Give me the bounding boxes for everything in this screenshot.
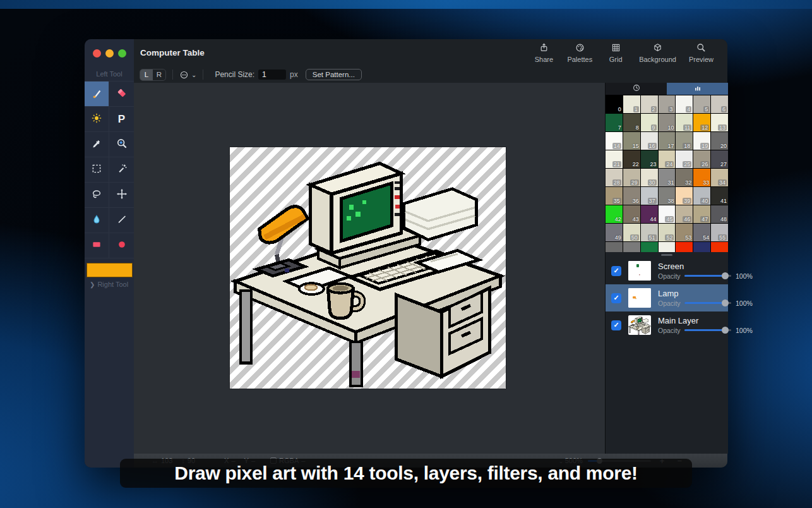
palette-swatch-4[interactable]: 4: [676, 95, 693, 113]
background-button[interactable]: Background: [639, 42, 676, 63]
segment-left[interactable]: L: [140, 70, 153, 80]
palette-swatch-9[interactable]: 9: [641, 114, 658, 131]
pencil-size-input[interactable]: [258, 70, 286, 80]
palette-swatch-15[interactable]: 15: [623, 132, 640, 150]
palette-swatch-36[interactable]: 36: [623, 187, 640, 205]
palette-swatch-49[interactable]: 49: [606, 224, 623, 241]
zoom-window-button[interactable]: [118, 49, 126, 57]
palette-swatch-17[interactable]: 17: [659, 132, 676, 150]
palette-swatch-54[interactable]: 54: [693, 224, 710, 241]
palette-tab-bars[interactable]: [667, 83, 728, 95]
opacity-slider[interactable]: [684, 327, 731, 334]
palette-swatch-48[interactable]: 48: [711, 205, 728, 223]
current-color-swatch[interactable]: [87, 263, 133, 277]
opacity-slider-knob[interactable]: [722, 327, 729, 334]
palette-swatch-6[interactable]: 6: [711, 95, 728, 113]
tool-eraser[interactable]: [109, 82, 134, 107]
tool-marquee[interactable]: [85, 157, 109, 183]
palette-swatch-39[interactable]: 39: [676, 187, 693, 205]
set-pattern-button[interactable]: Set Pattern...: [306, 69, 362, 80]
tool-move[interactable]: [109, 183, 134, 208]
palette-swatch-14[interactable]: 14: [606, 132, 623, 150]
palette-swatch-27[interactable]: 27: [711, 150, 728, 168]
tool-line[interactable]: [109, 208, 134, 233]
palette-swatch-1[interactable]: 1: [623, 95, 640, 113]
minimize-window-button[interactable]: [105, 49, 114, 57]
layer-row-lamp[interactable]: ✓ Lamp Opacity 100%: [606, 284, 728, 311]
palette-swatch-12[interactable]: 12: [693, 114, 710, 131]
palette-swatch-20[interactable]: 20: [711, 132, 728, 150]
palette-swatch-50[interactable]: 50: [623, 224, 640, 241]
palette-swatch-24[interactable]: 24: [659, 150, 676, 168]
palette-swatch-38[interactable]: 38: [659, 187, 676, 205]
palette-swatch-18[interactable]: 18: [676, 132, 693, 150]
palette-tab-clock[interactable]: [606, 83, 667, 95]
palette-swatch-40[interactable]: 40: [693, 187, 710, 205]
palette-swatch-19[interactable]: 19: [693, 132, 710, 150]
palette-swatch-37[interactable]: 37: [641, 187, 658, 205]
palette-swatch-47[interactable]: 47: [693, 205, 710, 223]
palette-swatch-44[interactable]: 44: [641, 205, 658, 223]
palette-swatch-62[interactable]: 62: [711, 242, 728, 252]
layer-visibility-checkbox[interactable]: ✓: [611, 266, 621, 276]
tool-magic-wand[interactable]: [109, 157, 134, 183]
palette-swatch-53[interactable]: 53: [676, 224, 693, 241]
palette-swatch-26[interactable]: 26: [693, 150, 710, 168]
palette-swatch-32[interactable]: 32: [676, 169, 693, 186]
tool-zoom[interactable]: [109, 132, 134, 157]
layer-visibility-checkbox[interactable]: ✓: [611, 320, 621, 330]
palette-swatch-28[interactable]: 28: [606, 169, 623, 186]
segment-right[interactable]: R: [153, 70, 165, 80]
palette-swatch-34[interactable]: 34: [711, 169, 728, 186]
palette-swatch-51[interactable]: 51: [641, 224, 658, 241]
layer-row-main-layer[interactable]: ✓: [606, 311, 728, 339]
palette-swatch-55[interactable]: 55: [711, 224, 728, 241]
close-window-button[interactable]: [93, 49, 101, 57]
palette-swatch-0[interactable]: 0: [606, 95, 623, 113]
palette-swatch-57[interactable]: 57: [623, 242, 640, 252]
palette-swatch-61[interactable]: 61: [693, 242, 710, 252]
palette-swatch-33[interactable]: 33: [693, 169, 710, 186]
palette-swatch-31[interactable]: 31: [659, 169, 676, 186]
palette-swatch-42[interactable]: 42: [606, 205, 623, 223]
brush-shape-dropdown[interactable]: ⌄: [179, 70, 196, 80]
palette-swatch-60[interactable]: 60: [676, 242, 693, 252]
palette-swatch-46[interactable]: 46: [676, 205, 693, 223]
share-button[interactable]: Share: [533, 42, 554, 63]
opacity-slider-knob[interactable]: [722, 299, 729, 306]
palette-resize-grip[interactable]: [661, 254, 672, 256]
tool-lasso[interactable]: [85, 183, 109, 208]
opacity-slider-knob[interactable]: [722, 272, 729, 279]
palette-swatch-52[interactable]: 52: [659, 224, 676, 241]
palette-swatch-43[interactable]: 43: [623, 205, 640, 223]
layer-row-screen[interactable]: ✓ Screen Opacity 100%: [606, 257, 728, 284]
palette-swatch-3[interactable]: 3: [659, 95, 676, 113]
palette-swatch-25[interactable]: 25: [676, 150, 693, 168]
pixel-art-canvas[interactable]: [230, 147, 506, 389]
palette-swatch-10[interactable]: 10: [659, 114, 676, 131]
palette-swatch-2[interactable]: 2: [641, 95, 658, 113]
palette-swatch-5[interactable]: 5: [693, 95, 710, 113]
opacity-slider[interactable]: [684, 272, 731, 279]
palette-swatch-35[interactable]: 35: [606, 187, 623, 205]
palette-swatch-13[interactable]: 13: [711, 114, 728, 131]
tool-letter-p[interactable]: P: [109, 107, 134, 132]
palette-swatch-29[interactable]: 29: [623, 169, 640, 186]
tool-brush[interactable]: [85, 82, 109, 107]
palette-swatch-58[interactable]: 58: [641, 242, 658, 252]
tool-lighten[interactable]: [85, 107, 109, 132]
palette-swatch-23[interactable]: 23: [641, 150, 658, 168]
layer-visibility-checkbox[interactable]: ✓: [611, 293, 621, 303]
palette-swatch-7[interactable]: 7: [606, 114, 623, 131]
right-tool-disclosure[interactable]: ❯ Right Tool: [90, 281, 128, 288]
tool-filled-rect[interactable]: [85, 233, 109, 258]
palette-swatch-59[interactable]: 59: [659, 242, 676, 252]
palette-swatch-30[interactable]: 30: [641, 169, 658, 186]
palettes-button[interactable]: Palettes: [567, 42, 592, 63]
palette-swatch-16[interactable]: 16: [641, 132, 658, 150]
palette-swatch-22[interactable]: 22: [623, 150, 640, 168]
opacity-slider[interactable]: [684, 299, 731, 306]
tool-eyedropper[interactable]: [85, 132, 109, 157]
left-right-segmented-control[interactable]: L R: [140, 69, 166, 81]
palette-swatch-8[interactable]: 8: [623, 114, 640, 131]
